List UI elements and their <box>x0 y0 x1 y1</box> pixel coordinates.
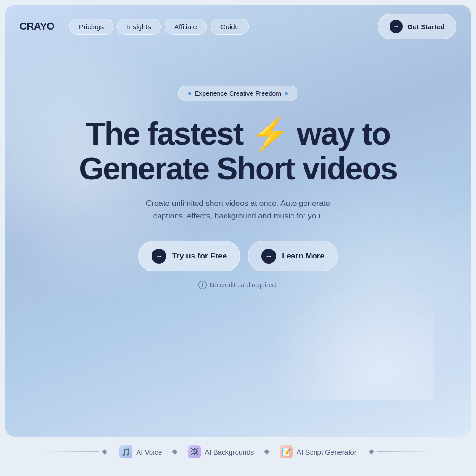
badge-text: Experience Creative Freedom <box>195 90 281 97</box>
badge-dot-left <box>188 92 191 95</box>
bottom-separator-1 <box>172 449 178 454</box>
nav-affiliate[interactable]: Affiliate <box>165 19 207 35</box>
ai-script-icon: 📝 <box>280 445 293 458</box>
bottom-separator-2 <box>264 449 270 454</box>
nav-pricings[interactable]: Pricings <box>69 19 113 35</box>
get-started-button[interactable]: → Get Started <box>378 14 456 39</box>
hero-title: The fastest ⚡ way to Generate Short vide… <box>79 116 397 186</box>
navbar: CRAYO Pricings Insights Affiliate Guide … <box>5 5 471 48</box>
badge-dot-right <box>285 92 288 95</box>
hero-section: Experience Creative Freedom The fastest … <box>5 48 471 289</box>
bottom-line-left <box>43 451 99 452</box>
learn-more-label: Learn More <box>282 251 324 261</box>
logo[interactable]: CRAYO <box>20 20 54 33</box>
bottom-line-right <box>377 451 433 452</box>
ai-backgrounds-icon: 🖼 <box>188 445 201 458</box>
bottom-item-voice: 🎵 AI Voice <box>110 445 171 458</box>
try-free-button[interactable]: → Try us for Free <box>138 241 240 271</box>
learn-more-button[interactable]: → Learn More <box>248 241 338 271</box>
main-card: CRAYO Pricings Insights Affiliate Guide … <box>5 5 471 437</box>
cta-buttons: → Try us for Free → Learn More <box>138 241 338 271</box>
get-started-label: Get Started <box>407 23 445 31</box>
bottom-diamond-left <box>102 449 107 454</box>
ai-voice-icon: 🎵 <box>119 445 132 458</box>
bottom-item-script: 📝 AI Script Generator <box>271 445 365 458</box>
ai-backgrounds-label: AI Backgrounds <box>205 448 254 456</box>
no-credit-text: No credit card required. <box>210 281 278 289</box>
bottom-diamond-right <box>369 449 374 454</box>
ai-script-label: AI Script Generator <box>297 448 356 456</box>
bottom-bar: 🎵 AI Voice 🖼 AI Backgrounds 📝 AI Script … <box>5 437 471 467</box>
hero-title-line2: Generate Short videos <box>79 151 397 186</box>
hero-subtitle: Create unlimited short videos at once. A… <box>131 197 345 222</box>
get-started-arrow-icon: → <box>390 20 403 33</box>
try-free-label: Try us for Free <box>172 251 227 261</box>
nav-insights[interactable]: Insights <box>117 19 161 35</box>
page-wrapper: CRAYO Pricings Insights Affiliate Guide … <box>5 5 471 467</box>
no-credit-notice: i No credit card required. <box>198 281 278 289</box>
info-icon: i <box>198 281 207 289</box>
try-free-arrow-icon: → <box>152 249 166 264</box>
hero-title-line1: The fastest ⚡ way to <box>86 116 390 151</box>
bottom-item-backgrounds: 🖼 AI Backgrounds <box>178 445 263 458</box>
ai-voice-label: AI Voice <box>136 448 162 456</box>
nav-links: Pricings Insights Affiliate Guide <box>69 19 370 35</box>
nav-guide[interactable]: Guide <box>211 19 249 35</box>
bottom-items: 🎵 AI Voice 🖼 AI Backgrounds 📝 AI Script … <box>110 445 365 458</box>
learn-more-arrow-icon: → <box>261 249 276 264</box>
hero-badge: Experience Creative Freedom <box>178 86 298 101</box>
